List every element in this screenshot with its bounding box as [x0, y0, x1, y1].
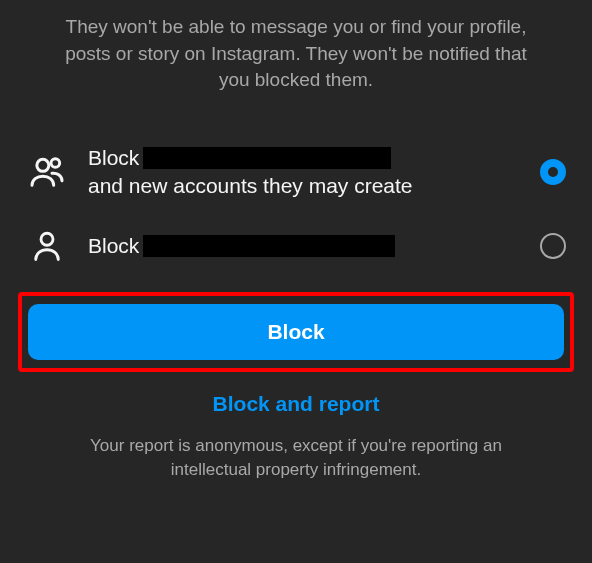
svg-point-0	[37, 159, 49, 171]
block-option-single-label: Block	[88, 232, 520, 260]
redacted-username	[143, 147, 391, 169]
block-description: They won't be able to message you or fin…	[24, 14, 568, 94]
person-icon	[24, 228, 70, 264]
block-option-all-label: Block and new accounts they may create	[88, 144, 520, 201]
block-and-report-link[interactable]: Block and report	[24, 382, 568, 434]
radio-unselected[interactable]	[538, 231, 568, 261]
report-footnote: Your report is anonymous, except if you'…	[24, 434, 568, 482]
block-option-all-accounts[interactable]: Block and new accounts they may create	[24, 130, 568, 215]
svg-point-1	[51, 159, 60, 168]
svg-point-2	[41, 234, 53, 246]
radio-selected[interactable]	[538, 157, 568, 187]
redacted-username	[143, 235, 395, 257]
people-icon	[24, 152, 70, 192]
block-option-single-account[interactable]: Block	[24, 214, 568, 278]
block-button[interactable]: Block	[28, 304, 564, 360]
tutorial-highlight: Block	[18, 292, 574, 372]
